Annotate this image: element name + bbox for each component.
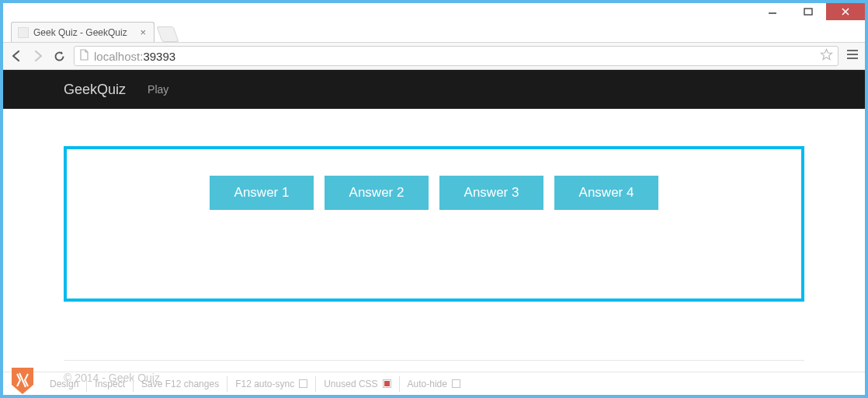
window-titlebar <box>3 3 865 20</box>
debug-item-unused-css[interactable]: Unused CSS <box>316 376 399 392</box>
browser-window: Geek Quiz - GeekQuiz × localhost:39393 <box>3 3 865 395</box>
new-tab-button[interactable] <box>156 26 179 42</box>
debug-item-save-f12[interactable]: Save F12 changes <box>134 376 227 392</box>
checkbox-icon[interactable] <box>299 379 307 388</box>
debug-item-inspect[interactable]: Inspect <box>87 376 134 392</box>
tab-close-icon[interactable]: × <box>138 26 148 38</box>
browser-toolbar: localhost:39393 <box>3 42 865 70</box>
address-bar-url: localhost:39393 <box>94 50 815 63</box>
nav-link-play[interactable]: Play <box>148 83 168 96</box>
answer-button-4[interactable]: Answer 4 <box>554 176 658 210</box>
window-minimize-button[interactable] <box>755 3 790 20</box>
checkbox-icon[interactable] <box>452 379 460 388</box>
brand[interactable]: GeekQuiz <box>64 82 126 98</box>
site-navbar: GeekQuiz Play <box>3 70 865 109</box>
url-port: 39393 <box>143 50 175 63</box>
forward-button[interactable] <box>31 49 45 63</box>
window-maximize-button[interactable] <box>790 3 826 20</box>
debug-item-f12-autosync[interactable]: F12 auto-sync <box>227 376 316 392</box>
browser-tab[interactable]: Geek Quiz - GeekQuiz × <box>11 22 155 42</box>
answer-button-1[interactable]: Answer 1 <box>210 176 314 210</box>
tab-title: Geek Quiz - GeekQuiz <box>33 27 138 38</box>
debug-item-design[interactable]: Design <box>42 376 87 392</box>
answer-button-2[interactable]: Answer 2 <box>325 176 429 210</box>
debug-toolbar: Design Inspect Save F12 changes F12 auto… <box>3 372 865 395</box>
browserlink-badge-icon <box>9 366 36 396</box>
quiz-box: Answer 1 Answer 2 Answer 3 Answer 4 <box>64 146 804 302</box>
browser-tabbar: Geek Quiz - GeekQuiz × <box>3 20 865 42</box>
reload-button[interactable] <box>53 50 66 63</box>
main-content: Answer 1 Answer 2 Answer 3 Answer 4 <box>3 109 865 346</box>
page-content: GeekQuiz Play Answer 1 Answer 2 Answer 3… <box>3 70 865 395</box>
svg-rect-1 <box>804 9 812 15</box>
page-icon <box>79 49 89 64</box>
url-host: localhost: <box>94 50 143 63</box>
debug-item-auto-hide[interactable]: Auto-hide <box>400 376 468 392</box>
browser-menu-button[interactable] <box>846 49 859 63</box>
checkbox-icon[interactable] <box>383 379 391 388</box>
answer-row: Answer 1 Answer 2 Answer 3 Answer 4 <box>210 176 658 210</box>
window-close-button[interactable] <box>826 3 865 20</box>
bookmark-star-icon[interactable] <box>820 48 833 65</box>
tab-favicon <box>18 27 29 38</box>
address-bar[interactable]: localhost:39393 <box>74 46 838 66</box>
answer-button-3[interactable]: Answer 3 <box>439 176 543 210</box>
back-button[interactable] <box>9 49 23 63</box>
